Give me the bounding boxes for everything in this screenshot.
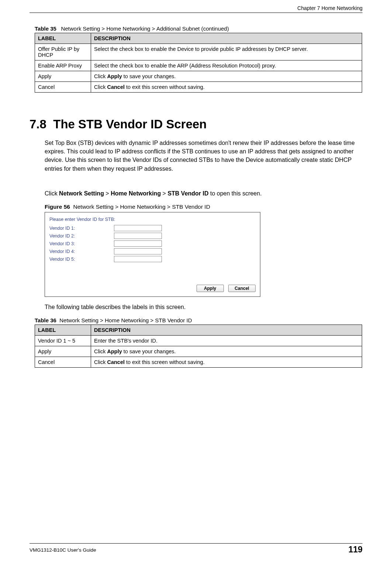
para2-prefix: Click [45, 190, 59, 197]
table36-r0-desc: Enter the STB's vendor ID. [91, 336, 362, 346]
para2-path1: Network Setting [59, 190, 104, 197]
table-row: Vendor ID 1 ~ 5 Enter the STB's vendor I… [35, 336, 362, 346]
footer-guide: VMG1312-B10C User's Guide [30, 547, 96, 553]
vendor-row-5: Vendor ID 5: [49, 256, 256, 262]
table36-r2-label: Cancel [35, 357, 91, 368]
table-row: Cancel Click Cancel to exit this screen … [35, 357, 362, 368]
para3: The following table describes the labels… [45, 304, 362, 311]
table36: LABEL DESCRIPTION Vendor ID 1 ~ 5 Enter … [35, 325, 362, 368]
table35-r0-desc: Select the check box to enable the Devic… [91, 44, 362, 60]
table35-r1-desc: Select the check box to enable the ARP (… [91, 60, 362, 71]
table36-th-label: LABEL [35, 325, 91, 336]
table35-caption: Table 35 Network Setting > Home Networki… [35, 25, 229, 32]
table36-caption-label: Table 36 [35, 317, 56, 323]
table-row: Enable ARP Proxy Select the check box to… [35, 60, 362, 71]
table-row: Apply Click Apply to save your changes. [35, 71, 362, 82]
table36-r1-prefix: Click [94, 348, 107, 354]
figure56-caption-text: Network Setting > Home Networking > STB … [73, 204, 210, 210]
table36-r0-label: Vendor ID 1 ~ 5 [35, 336, 91, 346]
para2-sep2: > [161, 190, 167, 197]
table35-r3-label: Cancel [35, 82, 91, 93]
table35-th-desc: DESCRIPTION [91, 33, 362, 44]
vendor-id-5-input[interactable] [114, 256, 162, 262]
figure56-screenshot: Please enter Vendor ID for STB: Vendor I… [45, 212, 260, 297]
table35-header-row: LABEL DESCRIPTION [35, 33, 362, 44]
table35-r3-prefix: Click [94, 84, 107, 90]
table35-th-label: LABEL [35, 33, 91, 44]
table36-r2-desc: Click Cancel to exit this screen without… [91, 357, 362, 368]
table35-caption-label: Table 35 [35, 25, 56, 32]
table36-r2-suffix: to exit this screen without saving. [125, 359, 205, 365]
table36-header-row: LABEL DESCRIPTION [35, 325, 362, 336]
table36-th-desc: DESCRIPTION [91, 325, 362, 336]
vendor-row-4: Vendor ID 4: [49, 248, 256, 254]
table36-r1-label: Apply [35, 346, 91, 357]
button-bar: Apply Cancel [194, 285, 256, 292]
chapter-header: Chapter 7 Home Networking [297, 5, 362, 11]
stb-prompt: Please enter Vendor ID for STB: [49, 217, 256, 222]
table36-r1-suffix: to save your changes. [122, 348, 176, 354]
vendor-row-2: Vendor ID 2: [49, 233, 256, 239]
table-row: Apply Click Apply to save your changes. [35, 346, 362, 357]
para2-suffix: to open this screen. [209, 190, 262, 197]
table35-r3-desc: Click Cancel to exit this screen without… [91, 82, 362, 93]
vendor-id-1-label: Vendor ID 1: [49, 226, 114, 231]
table36-r1-desc: Click Apply to save your changes. [91, 346, 362, 357]
footer-rule [30, 543, 362, 544]
vendor-id-4-label: Vendor ID 4: [49, 249, 114, 254]
cancel-button[interactable]: Cancel [228, 285, 256, 292]
vendor-id-2-label: Vendor ID 2: [49, 233, 114, 239]
vendor-row-1: Vendor ID 1: [49, 225, 256, 231]
section-number: 7.8 [30, 117, 46, 131]
section-heading: 7.8 The STB Vendor ID Screen [30, 117, 207, 131]
vendor-id-3-label: Vendor ID 3: [49, 241, 114, 246]
section-title-text: The STB Vendor ID Screen [53, 117, 207, 131]
table35-r2-label: Apply [35, 71, 91, 82]
vendor-id-5-label: Vendor ID 5: [49, 257, 114, 262]
table36-r1-bold: Apply [107, 348, 122, 354]
header-rule [30, 13, 362, 13]
table35-r2-bold: Apply [107, 73, 122, 79]
table36-caption-text: Network Setting > Home Networking > STB … [59, 317, 192, 323]
table35-r2-suffix: to save your changes. [122, 73, 176, 79]
page-number: 119 [348, 545, 362, 555]
table35-r3-bold: Cancel [107, 84, 125, 90]
table36-r2-bold: Cancel [107, 359, 125, 365]
vendor-id-1-input[interactable] [114, 225, 162, 231]
apply-button[interactable]: Apply [197, 285, 224, 292]
table35-r0-label: Offer Public IP by DHCP [35, 44, 91, 60]
table35-r3-suffix: to exit this screen without saving. [125, 84, 205, 90]
table-row: Cancel Click Cancel to exit this screen … [35, 82, 362, 93]
figure56-caption-label: Figure 56 [45, 204, 70, 210]
figure56-caption: Figure 56 Network Setting > Home Network… [45, 204, 210, 210]
table35-r2-desc: Click Apply to save your changes. [91, 71, 362, 82]
table35-caption-text: Network Setting > Home Networking > Addi… [61, 25, 229, 32]
para2-path2: Home Networking [111, 190, 161, 197]
section-para1: Set Top Box (STB) devices with dynamic I… [45, 139, 362, 173]
vendor-id-2-input[interactable] [114, 233, 162, 239]
table36-caption: Table 36 Network Setting > Home Networki… [35, 317, 192, 323]
section-para2: Click Network Setting > Home Networking … [45, 189, 362, 198]
vendor-id-4-input[interactable] [114, 248, 162, 254]
table35-r1-label: Enable ARP Proxy [35, 60, 91, 71]
para2-path3: STB Vendor ID [167, 190, 208, 197]
table36-r2-prefix: Click [94, 359, 107, 365]
table35: LABEL DESCRIPTION Offer Public IP by DHC… [35, 33, 362, 93]
para2-sep1: > [104, 190, 111, 197]
table-row: Offer Public IP by DHCP Select the check… [35, 44, 362, 60]
vendor-id-3-input[interactable] [114, 240, 162, 247]
vendor-row-3: Vendor ID 3: [49, 240, 256, 247]
table35-r2-prefix: Click [94, 73, 107, 79]
